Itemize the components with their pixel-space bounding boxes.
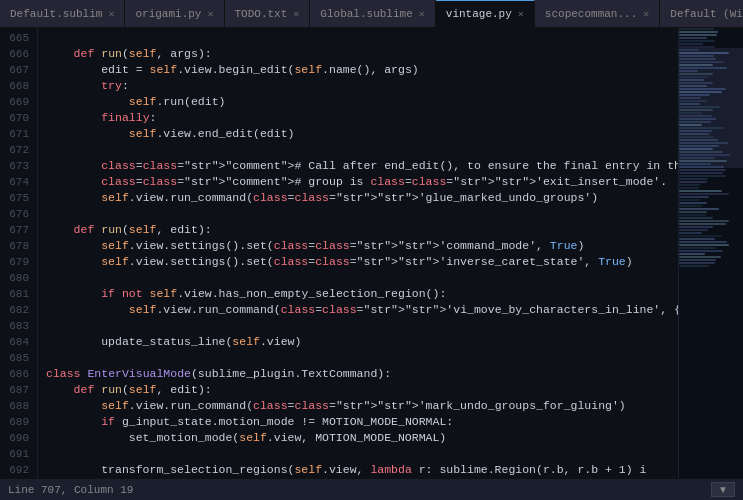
code-line: self.view.end_edit(edit) [46, 126, 678, 142]
line-number: 674 [4, 174, 29, 190]
minimap-line [679, 265, 709, 267]
minimap-line [679, 220, 729, 222]
code-line: if g_input_state.motion_mode != MOTION_M… [46, 414, 678, 430]
minimap-line [679, 193, 729, 195]
line-number: 667 [4, 62, 29, 78]
minimap-line [679, 187, 699, 189]
line-number: 692 [4, 462, 29, 478]
line-number: 666 [4, 46, 29, 62]
minimap[interactable] [678, 28, 743, 478]
line-number: 680 [4, 270, 29, 286]
code-line: if not self.view.has_non_empty_selection… [46, 286, 678, 302]
code-line: self.view.run_command(class=class="str">… [46, 190, 678, 206]
tab-label: Default (Wind... [670, 8, 743, 20]
line-number: 675 [4, 190, 29, 206]
code-line: edit = self.view.begin_edit(self.name(),… [46, 62, 678, 78]
minimap-line [679, 262, 715, 264]
minimap-line [679, 40, 715, 42]
tab-tab3[interactable]: TODO.txt✕ [225, 0, 311, 27]
code-line: class=class="str">"comment"># group is c… [46, 174, 678, 190]
minimap-line [679, 178, 708, 180]
tab-label: origami.py [135, 8, 201, 20]
line-number: 672 [4, 142, 29, 158]
code-line: class EnterVisualMode(sublime_plugin.Tex… [46, 366, 678, 382]
minimap-line [679, 37, 707, 39]
tab-label: scopecomman... [545, 8, 637, 20]
tab-close-icon[interactable]: ✕ [643, 8, 649, 20]
minimap-line [679, 28, 714, 30]
line-number: 678 [4, 238, 29, 254]
code-line: set_motion_mode(self.view, MOTION_MODE_N… [46, 430, 678, 446]
minimap-line [679, 202, 707, 204]
minimap-line [679, 184, 700, 186]
tab-close-icon[interactable]: ✕ [518, 8, 524, 20]
code-line [46, 350, 678, 366]
line-number: 665 [4, 30, 29, 46]
code-line: try: [46, 78, 678, 94]
minimap-line [679, 229, 708, 231]
minimap-line [679, 232, 702, 234]
code-line: update_status_line(self.view) [46, 334, 678, 350]
tab-tab2[interactable]: origami.py✕ [125, 0, 224, 27]
code-line: self.view.run_command(class=class="str">… [46, 398, 678, 414]
tab-tab7[interactable]: Default (Wind...✕ [660, 0, 743, 27]
status-left: Line 707, Column 19 [8, 484, 133, 496]
tab-tab1[interactable]: Default.sublim✕ [0, 0, 125, 27]
minimap-viewport [679, 48, 743, 168]
tab-close-icon[interactable]: ✕ [108, 8, 114, 20]
line-number: 669 [4, 94, 29, 110]
code-area[interactable]: def run(self, args): edit = self.view.be… [38, 28, 678, 478]
minimap-line [679, 214, 706, 216]
minimap-line [679, 175, 726, 177]
minimap-line [679, 199, 700, 201]
line-number: 691 [4, 446, 29, 462]
minimap-line [679, 43, 703, 45]
code-line: self.view.settings().set(class=class="st… [46, 254, 678, 270]
minimap-line [679, 223, 726, 225]
minimap-line [679, 241, 727, 243]
minimap-line [679, 169, 726, 171]
tab-label: TODO.txt [235, 8, 288, 20]
minimap-line [679, 226, 713, 228]
tab-close-icon[interactable]: ✕ [207, 8, 213, 20]
minimap-line [679, 235, 722, 237]
minimap-line [679, 190, 722, 192]
tab-tab6[interactable]: scopecomman...✕ [535, 0, 660, 27]
minimap-line [679, 259, 716, 261]
tab-tab4[interactable]: Global.sublime✕ [310, 0, 435, 27]
tab-close-icon[interactable]: ✕ [419, 8, 425, 20]
minimap-line [679, 238, 715, 240]
line-number: 676 [4, 206, 29, 222]
code-line [46, 142, 678, 158]
code-line: self.view.run_command(class=class="str">… [46, 302, 678, 318]
minimap-line [679, 250, 723, 252]
status-bar-right: ▼ [711, 482, 735, 497]
line-number: 687 [4, 382, 29, 398]
minimap-line [679, 253, 705, 255]
line-number: 681 [4, 286, 29, 302]
minimap-line [679, 247, 716, 249]
line-number: 683 [4, 318, 29, 334]
line-number: 677 [4, 222, 29, 238]
line-number: 690 [4, 430, 29, 446]
code-line [46, 30, 678, 46]
status-bar: Line 707, Column 19 ▼ [0, 478, 743, 500]
tab-close-icon[interactable]: ✕ [293, 8, 299, 20]
code-line: class=class="str">"comment"># Call after… [46, 158, 678, 174]
code-line: self.view.settings().set(class=class="st… [46, 238, 678, 254]
code-line [46, 318, 678, 334]
minimap-line [679, 181, 707, 183]
minimap-line [679, 208, 719, 210]
minimap-line [679, 31, 718, 33]
code-line: finally: [46, 110, 678, 126]
line-number: 686 [4, 366, 29, 382]
code-line [46, 446, 678, 462]
tab-label: Global.sublime [320, 8, 412, 20]
line-number: 685 [4, 350, 29, 366]
tab-bar: Default.sublim✕origami.py✕TODO.txt✕Globa… [0, 0, 743, 28]
code-line: transform_selection_regions(self.view, l… [46, 462, 678, 478]
scroll-button[interactable]: ▼ [711, 482, 735, 497]
tab-tab5[interactable]: vintage.py✕ [436, 0, 535, 27]
minimap-line [679, 256, 721, 258]
line-number: 668 [4, 78, 29, 94]
